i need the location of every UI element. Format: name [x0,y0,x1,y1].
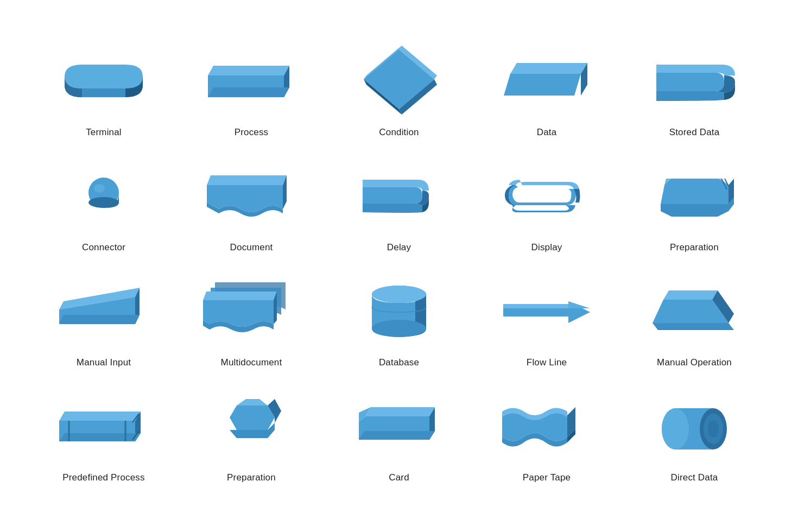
predefined-process-shape [35,392,172,463]
condition-shape [331,47,467,117]
document-label: Document [230,242,273,253]
process-label: Process [235,127,269,138]
data-cell: Data [473,36,620,151]
svg-point-7 [372,320,426,337]
preparation2-cell: Preparation [178,381,325,496]
paper-tape-cell: Paper Tape [473,381,620,496]
shapes-grid: Terminal Process [19,25,779,507]
manual-input-cell: Manual Input [30,266,178,381]
condition-label: Condition [379,127,419,138]
connector-cell: Connector [30,151,178,266]
preparation-cell: Preparation [620,151,768,266]
preparation2-shape [183,392,320,463]
data-label: Data [537,127,557,138]
preparation-label: Preparation [670,242,719,253]
card-shape [331,392,467,463]
svg-marker-12 [568,301,590,308]
preparation2-label: Preparation [227,472,276,483]
stored-data-cell: Stored Data [620,36,768,151]
delay-cell: Delay [325,151,473,266]
process-cell: Process [178,36,325,151]
data-shape [478,47,615,117]
svg-point-8 [372,286,426,303]
terminal-label: Terminal [86,127,122,138]
document-cell: Document [178,151,325,266]
database-shape [331,277,467,347]
flow-line-label: Flow Line [527,357,567,368]
manual-operation-label: Manual Operation [657,357,732,368]
svg-rect-9 [503,308,568,316]
terminal-shape [35,47,172,117]
display-cell: Display [473,151,620,266]
multidocument-cell: Multidocument [178,266,325,381]
display-label: Display [531,242,562,253]
paper-tape-label: Paper Tape [523,472,571,483]
card-cell: Card [325,381,473,496]
database-label: Database [379,357,419,368]
manual-operation-shape [626,277,763,347]
flow-line-cell: Flow Line [473,266,620,381]
paper-tape-shape [478,392,615,463]
connector-label: Connector [82,242,125,253]
condition-cell: Condition [325,36,473,151]
predefined-process-cell: Predefined Process [30,381,178,496]
database-cell: Database [325,266,473,381]
manual-operation-cell: Manual Operation [620,266,768,381]
manual-input-shape [35,277,172,347]
direct-data-cell: Direct Data [620,381,768,496]
flow-line-shape [478,277,615,347]
delay-shape [331,162,467,232]
document-shape [183,162,320,232]
display-shape [478,162,615,232]
manual-input-label: Manual Input [77,357,131,368]
terminal-cell: Terminal [30,36,178,151]
direct-data-shape [626,392,763,463]
multidocument-shape [183,277,320,347]
multidocument-label: Multidocument [221,357,282,368]
delay-label: Delay [387,242,411,253]
svg-point-23 [708,420,719,438]
stored-data-shape [626,47,763,117]
preparation-shape [626,162,763,232]
connector-shape [35,162,172,232]
predefined-process-label: Predefined Process [62,472,144,483]
direct-data-label: Direct Data [671,472,718,483]
svg-point-3 [94,184,105,193]
svg-point-21 [662,408,689,449]
svg-rect-11 [503,304,568,308]
stored-data-label: Stored Data [669,127,720,138]
process-shape [183,47,320,117]
card-label: Card [389,472,409,483]
